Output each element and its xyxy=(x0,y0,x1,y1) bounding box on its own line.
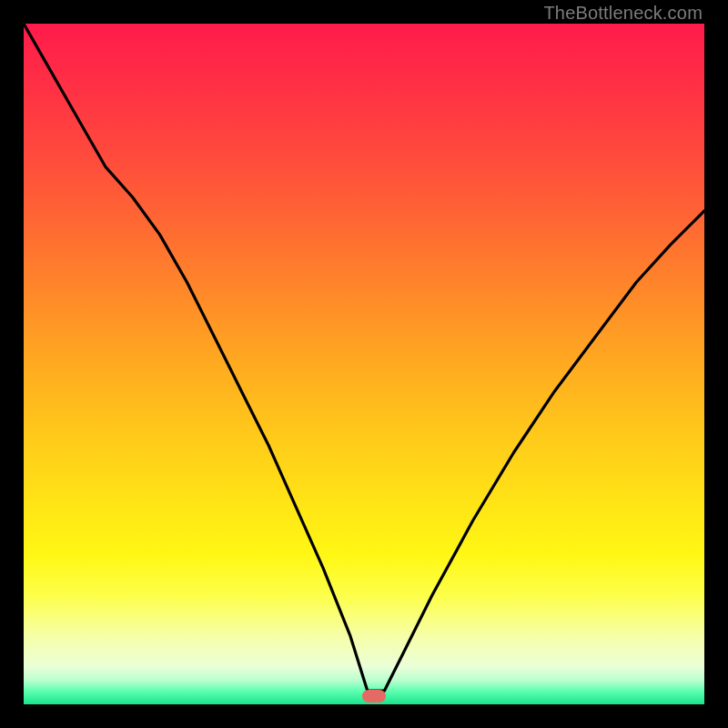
watermark-text: TheBottleneck.com xyxy=(543,3,703,24)
minimum-marker xyxy=(362,690,386,703)
bottleneck-curve xyxy=(24,24,704,704)
chart-frame: TheBottleneck.com xyxy=(0,0,728,728)
plot-area xyxy=(24,24,704,704)
